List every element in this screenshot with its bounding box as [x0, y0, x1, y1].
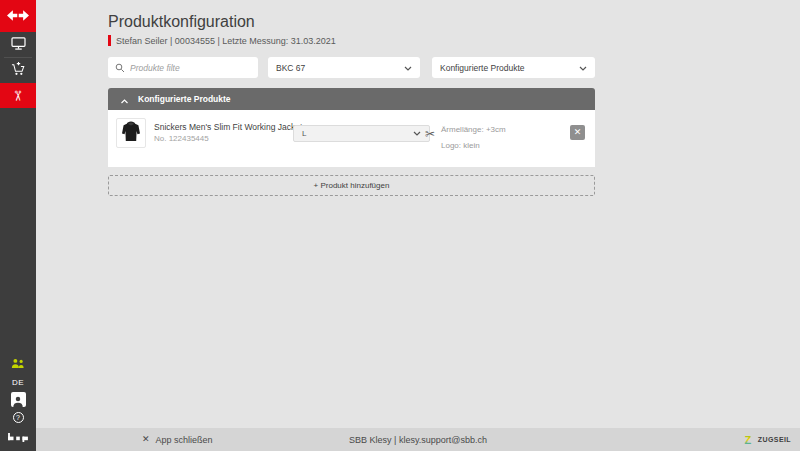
product-thumbnail	[116, 118, 146, 148]
remove-product-button[interactable]: ✕	[570, 125, 585, 140]
sidebar-item-cart[interactable]	[0, 58, 36, 83]
jacket-image	[119, 119, 143, 147]
monitor-icon	[11, 36, 26, 54]
sidebar-item-configurator-active[interactable]: ✂	[0, 83, 36, 108]
product-name: Snickers Men's Slim Fit Working Jacket	[154, 122, 302, 132]
user-info-row: Stefan Seiler | 00034555 | Letzte Messun…	[108, 35, 336, 46]
help-icon[interactable]: ?	[13, 412, 24, 423]
chevron-up-icon	[120, 90, 129, 108]
close-icon: ✕	[142, 435, 150, 444]
support-contact: SBB Klesy | klesy.support@sbb.ch	[349, 435, 487, 445]
alteration-sleeve-length: Ärmellänge: +3cm	[441, 125, 506, 134]
svg-text:Z: Z	[744, 434, 751, 445]
close-icon: ✕	[574, 128, 582, 137]
avatar[interactable]	[11, 392, 26, 407]
add-product-button[interactable]: + Produkt hinzufügen	[108, 175, 595, 196]
size-select-value: L	[302, 129, 306, 138]
bp-logo-icon	[8, 428, 28, 446]
language-selector[interactable]: DE	[12, 378, 24, 387]
chevron-down-icon	[404, 63, 412, 73]
footer-bar: ✕ App schließen SBB Klesy | klesy.suppor…	[36, 428, 800, 451]
close-app-button[interactable]: ✕ App schließen	[142, 435, 213, 445]
panel-title: Konfigurierte Produkte	[138, 94, 231, 104]
sbb-double-arrow-icon	[7, 7, 29, 25]
accent-bar	[108, 35, 111, 46]
sbb-logo[interactable]	[0, 0, 36, 32]
chevron-down-icon	[579, 63, 587, 73]
brand-name: ZUGSEIL	[758, 436, 791, 443]
sidebar-bottom: DE ?	[0, 355, 36, 446]
chevron-down-icon	[413, 129, 421, 138]
scissors-icon: ✂	[11, 90, 25, 102]
sidebar: ✂ DE ?	[0, 0, 36, 451]
view-select[interactable]: Konfigurierte Produkte	[432, 57, 595, 78]
search-icon	[115, 59, 125, 77]
measurement-select-value: BKC 67	[276, 63, 305, 73]
group-icon[interactable]	[11, 355, 25, 373]
close-app-label: App schließen	[156, 435, 213, 445]
app-window: ✂ DE ?	[0, 0, 800, 451]
view-select-value: Konfigurierte Produkte	[440, 63, 525, 73]
cart-plus-icon	[11, 61, 26, 80]
product-number: No. 122435445	[154, 134, 209, 143]
product-search[interactable]	[108, 57, 258, 78]
search-input[interactable]	[130, 63, 251, 73]
configured-products-header[interactable]: Konfigurierte Produkte	[108, 88, 595, 110]
alteration-logo: Logo: klein	[441, 141, 480, 150]
filter-row: BKC 67 Konfigurierte Produkte	[108, 57, 595, 78]
brand-logo: Z ZUGSEIL	[744, 431, 791, 449]
alteration-scissors-icon: ✂	[425, 128, 435, 140]
sidebar-item-monitor[interactable]	[0, 32, 36, 57]
product-row: Snickers Men's Slim Fit Working Jacket N…	[108, 110, 595, 167]
zugseil-z-icon: Z	[744, 431, 755, 449]
size-select[interactable]: L	[293, 125, 430, 142]
measurement-select[interactable]: BKC 67	[268, 57, 420, 78]
user-info-text: Stefan Seiler | 00034555 | Letzte Messun…	[116, 36, 336, 46]
page-title: Produktkonfiguration	[108, 13, 255, 31]
